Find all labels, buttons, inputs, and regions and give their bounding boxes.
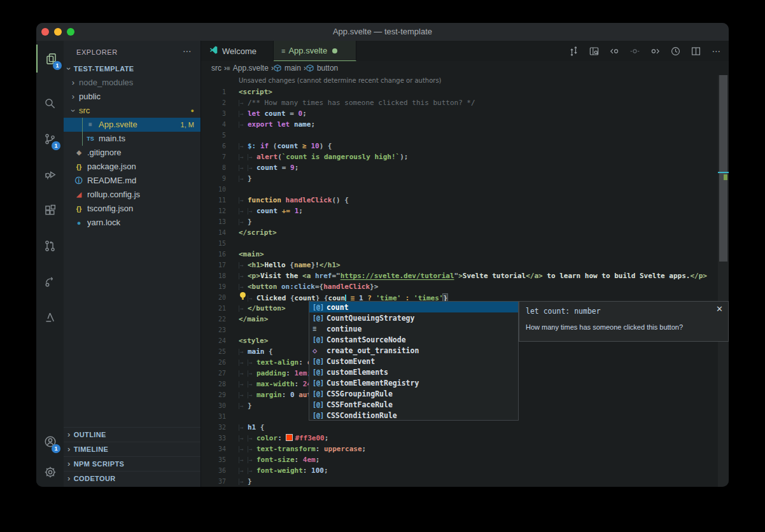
suggest-item-CountQueuingStrategy[interactable]: [@]CountQueuingStrategy: [309, 312, 518, 323]
code-line-15[interactable]: 15: [201, 238, 718, 249]
code-line-16[interactable]: 16<main>: [201, 249, 718, 260]
settings-gear-icon[interactable]: [36, 458, 64, 486]
line-number: 10: [201, 186, 239, 193]
explorer-icon[interactable]: 1: [36, 45, 65, 73]
code-line-33[interactable]: 33→→color: #ff3e00;: [201, 433, 718, 444]
extensions-icon[interactable]: [36, 196, 64, 224]
code-line-4[interactable]: 4→export let name;: [201, 119, 718, 130]
suggest-item-create_out_transition[interactable]: ◇create_out_transition: [309, 345, 518, 356]
scrollbar-thumb[interactable]: [719, 75, 727, 262]
code-line-17[interactable]: 17→<h1>Hello {name}!</h1>: [201, 260, 718, 270]
previous-change-icon[interactable]: [607, 44, 622, 59]
code-line-2[interactable]: 2→/** How many times has someone clicked…: [201, 97, 718, 108]
file-row-public[interactable]: ›public: [64, 90, 200, 104]
code-line-13[interactable]: 13→}: [201, 216, 718, 227]
code-editor[interactable]: Unsaved changes (cannot determine recent…: [201, 75, 718, 487]
code-line-6[interactable]: 6→$: if (count ≥ 10) {: [201, 141, 718, 151]
code-line-12[interactable]: 12→→count += 1;: [201, 206, 718, 216]
account-icon[interactable]: 1: [36, 428, 64, 456]
code-line-36[interactable]: 36→→font-weight: 100;: [201, 465, 718, 476]
file-row-App.svelte[interactable]: ≡App.svelte1, M: [64, 118, 200, 132]
vscode-logo-icon: [209, 45, 218, 57]
file-row-node_modules[interactable]: ›node_modules: [64, 76, 200, 90]
suggest-item-count[interactable]: [@]count: [309, 302, 518, 312]
file-row-package.json[interactable]: {}package.json: [64, 160, 200, 174]
open-preview-icon[interactable]: [587, 44, 601, 59]
line-number: 11: [201, 197, 239, 204]
code-line-11[interactable]: 11→function handleClick() {: [201, 195, 718, 206]
live-share-icon[interactable]: [36, 267, 64, 295]
account-badge: 1: [52, 444, 60, 453]
lightbulb-icon[interactable]: [239, 292, 248, 300]
breadcrumb-main[interactable]: main: [274, 64, 301, 73]
code-line-7[interactable]: 7→→alert(`count is dangerously high!`);: [201, 151, 718, 162]
git-file-icon: ◆: [74, 146, 84, 160]
compare-changes-icon[interactable]: [566, 44, 581, 59]
line-number: 23: [201, 326, 239, 333]
section-npm-scripts[interactable]: ›NPM SCRIPTS: [64, 456, 200, 471]
code-line-34[interactable]: 34→→text-transform: uppercase;: [201, 444, 718, 454]
code-line-8[interactable]: 8→→count = 9;: [201, 162, 718, 173]
more-actions-icon[interactable]: ⋯: [709, 44, 724, 59]
section-outline[interactable]: ›OUTLINE: [64, 427, 200, 442]
suggest-description: How many times has someone clicked this …: [519, 316, 728, 331]
current-change-icon[interactable]: [628, 44, 642, 59]
run-and-debug-icon[interactable]: [36, 160, 64, 188]
tab-welcome[interactable]: Welcome: [201, 41, 274, 61]
breadcrumb-src[interactable]: src: [211, 64, 221, 73]
tab-app-svelte[interactable]: ≡ App.svelte: [274, 41, 356, 61]
explorer-more-actions-icon[interactable]: ⋯: [183, 41, 192, 62]
code-line-19[interactable]: 19→<button on:click={handleClick}>: [201, 281, 718, 292]
code-line-37[interactable]: 37→}: [201, 476, 718, 487]
azure-icon[interactable]: [36, 303, 64, 331]
file-row-yarn.lock[interactable]: ●yarn.lock: [64, 216, 200, 230]
file-row-src[interactable]: ›src●: [64, 104, 200, 118]
file-row-main.ts[interactable]: TSmain.ts: [64, 132, 200, 146]
line-number: 4: [201, 121, 239, 128]
chevron-right-icon: ›: [67, 457, 71, 471]
code-line-3[interactable]: 3→let count = 0;: [201, 108, 718, 119]
file-row-rollup.config.js[interactable]: ◢rollup.config.js: [64, 188, 200, 202]
line-number: 8: [201, 164, 239, 171]
code-line-10[interactable]: 10: [201, 184, 718, 195]
code-line-18[interactable]: 18→<p>Visit the <a href="https://svelte.…: [201, 270, 718, 281]
line-number: 13: [201, 218, 239, 225]
close-icon[interactable]: ✕: [716, 304, 723, 314]
file-row-.gitignore[interactable]: ◆.gitignore: [64, 146, 200, 160]
suggest-item-CSSGroupingRule[interactable]: [@]CSSGroupingRule: [309, 388, 518, 399]
section-timeline[interactable]: ›TIMELINE: [64, 442, 200, 456]
editor-scrollbar[interactable]: [718, 75, 729, 487]
split-editor-icon[interactable]: [689, 44, 703, 59]
rollup-file-icon: ◢: [74, 188, 84, 202]
section-test-template[interactable]: ›TEST-TEMPLATE: [64, 62, 200, 76]
suggest-item-CSSFontFaceRule[interactable]: [@]CSSFontFaceRule: [309, 399, 518, 410]
suggest-label: ConstantSourceNode: [326, 335, 406, 344]
suggest-item-CustomEvent[interactable]: [@]CustomEvent: [309, 356, 518, 367]
breadcrumb-app-svelte[interactable]: ≡ App.svelte: [227, 64, 269, 73]
code-line-35[interactable]: 35→→font-size: 4em;: [201, 454, 718, 465]
suggest-item-CSSConditionRule[interactable]: [@]CSSConditionRule: [309, 410, 518, 421]
suggest-item-continue[interactable]: ≡continue: [309, 323, 518, 334]
suggest-item-ConstantSourceNode[interactable]: [@]ConstantSourceNode: [309, 334, 518, 345]
codelens-unsaved-changes[interactable]: Unsaved changes (cannot determine recent…: [201, 75, 718, 87]
next-change-icon[interactable]: [648, 44, 663, 59]
code-line-1[interactable]: 1<script>: [201, 87, 718, 97]
section-codetour[interactable]: ›CODETOUR: [64, 471, 200, 486]
source-control-icon[interactable]: 1: [36, 125, 64, 153]
symbol-cube-icon: [306, 64, 314, 72]
github-pull-requests-icon[interactable]: [36, 232, 64, 260]
file-row-README.md[interactable]: ⓘREADME.md: [64, 174, 200, 188]
file-row-tsconfig.json[interactable]: {}tsconfig.json: [64, 202, 200, 216]
code-line-9[interactable]: 9→}: [201, 173, 718, 184]
search-icon[interactable]: [36, 89, 64, 117]
breadcrumb-button[interactable]: button: [306, 64, 338, 73]
code-line-5[interactable]: 5: [201, 130, 718, 141]
suggest-item-customElements[interactable]: [@]customElements: [309, 367, 518, 377]
file-history-icon[interactable]: [668, 44, 683, 59]
code-line-32[interactable]: 32→h1 {: [201, 422, 718, 433]
line-number: 25: [201, 348, 239, 355]
line-number: 7: [201, 153, 239, 160]
code-line-14[interactable]: 14</script>: [201, 227, 718, 238]
suggest-item-CustomElementRegistry[interactable]: [@]CustomElementRegistry: [309, 377, 518, 388]
indent-guide: [82, 118, 83, 132]
